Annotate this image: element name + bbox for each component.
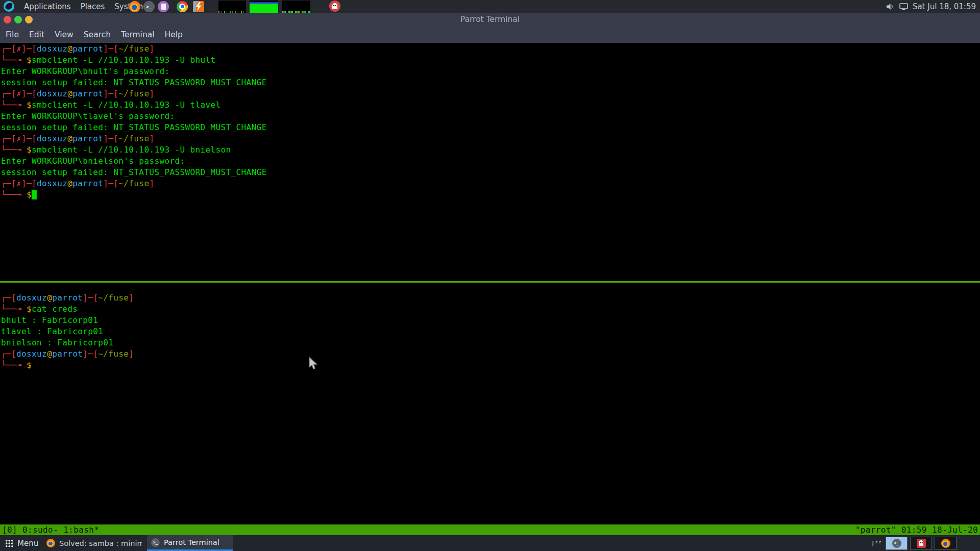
tmux-session-info: "parrot" 01:59 18-Jul-20: [855, 525, 978, 535]
ghost-icon: [917, 539, 926, 548]
terminal-line: └──╼ $█: [1, 189, 980, 201]
terminal-line: bhult : Fabricorp01: [1, 315, 980, 326]
bolt-icon[interactable]: [193, 1, 204, 12]
terminal-line: session setup failed: NT_STATUS_PASSWORD…: [1, 77, 980, 88]
menubar-terminal[interactable]: Terminal: [116, 28, 160, 42]
terminal-icon[interactable]: >_: [143, 1, 155, 12]
terminal-line: └──╼ $smbclient -L //10.10.10.193 -U tla…: [1, 99, 980, 111]
menu-applications[interactable]: Applications: [24, 2, 71, 11]
terminal-line: Enter WORKGROUP\bnielson's password:: [1, 156, 980, 167]
tray-firefox-button[interactable]: [935, 537, 957, 550]
taskbar-task-terminal[interactable]: >_ Parrot Terminal: [147, 535, 233, 551]
tmux-pane-bottom[interactable]: ┌─[dosxuz@parrot]─[~/fuse]└──╼ $cat cred…: [0, 283, 980, 524]
menu-places[interactable]: Places: [81, 2, 105, 11]
menubar-view[interactable]: View: [50, 28, 79, 42]
launcher-icons: >_: [129, 1, 204, 12]
tray-terminal-button[interactable]: >_: [886, 537, 908, 550]
window-titlebar: Parrot Terminal: [0, 13, 980, 27]
menubar-help[interactable]: Help: [160, 28, 188, 42]
taskbar: Menu Solved: samba : minimu... >_ Parrot…: [0, 535, 980, 551]
display-icon[interactable]: [899, 3, 908, 10]
terminal-menubar: File Edit View Search Terminal Help: [0, 27, 980, 43]
taskbar-task-firefox[interactable]: Solved: samba : minimu...: [42, 535, 146, 551]
tray-ghost-button[interactable]: [910, 537, 932, 550]
menubar-search[interactable]: Search: [79, 28, 116, 42]
chrome-icon[interactable]: [177, 1, 188, 12]
firefox-icon[interactable]: [129, 1, 140, 12]
network-graph[interactable]: [282, 1, 310, 13]
terminal-line: ┌─[✗]─[dosxuz@parrot]─[~/fuse]: [1, 178, 980, 189]
firefox-icon: [46, 539, 55, 547]
tmux-windows[interactable]: [0] 0:sudo- 1:bash*: [2, 525, 99, 535]
terminal-icon: >_: [892, 539, 901, 548]
terminal-line: tlavel : Fabricorp01: [1, 326, 980, 337]
clock[interactable]: Sat Jul 18, 01:59: [913, 2, 976, 11]
terminal-line: └──╼ $: [1, 360, 980, 371]
ghost-glyph: [332, 3, 337, 9]
ghost-glyph: [919, 540, 923, 546]
menu-grid-icon: [5, 539, 13, 547]
mouse-cursor: [308, 357, 318, 371]
firefox-icon: [941, 539, 950, 548]
taskbar-tray: ❘ᶻᶻ >_: [871, 536, 957, 550]
terminal-line: session setup failed: NT_STATUS_PASSWORD…: [1, 167, 980, 178]
terminal-line: ┌─[dosxuz@parrot]─[~/fuse]: [1, 348, 980, 360]
terminal-line: └──╼ $smbclient -L //10.10.10.193 -U bni…: [1, 144, 980, 156]
terminal-line: ┌─[✗]─[dosxuz@parrot]─[~/fuse]: [1, 88, 980, 99]
terminal-line: ┌─[✗]─[dosxuz@parrot]─[~/fuse]: [1, 133, 980, 144]
taskbar-menu-button[interactable]: Menu: [0, 535, 44, 551]
terminal-line: ┌─[✗]─[dosxuz@parrot]─[~/fuse]: [1, 43, 980, 55]
task-label: Solved: samba : minimu...: [59, 539, 142, 547]
menubar-edit[interactable]: Edit: [24, 28, 50, 42]
terminal-line: Enter WORKGROUP\tlavel's password:: [1, 111, 980, 122]
ghost-icon[interactable]: [329, 1, 340, 12]
cpu-graph[interactable]: [218, 1, 246, 13]
top-panel: Applications Places System >_ Sat Jul 18…: [0, 0, 980, 13]
tmux-status-bar: [0] 0:sudo- 1:bash* "parrot" 01:59 18-Ju…: [0, 524, 980, 535]
documents-icon[interactable]: [158, 1, 169, 12]
terminal-line: └──╼ $smbclient -L //10.10.10.193 -U bhu…: [1, 55, 980, 66]
terminal-icon: >_: [151, 538, 160, 547]
task-label: Parrot Terminal: [164, 538, 219, 546]
terminal-line: └──╼ $cat creds: [1, 304, 980, 315]
volume-icon[interactable]: [887, 3, 895, 10]
terminal-line: session setup failed: NT_STATUS_PASSWORD…: [1, 122, 980, 133]
terminal-line: bnielson : Fabricorp01: [1, 337, 980, 348]
memory-graph[interactable]: [250, 1, 278, 13]
terminal-line: Enter WORKGROUP\bhult's password:: [1, 66, 980, 77]
terminal-body[interactable]: ┌─[✗]─[dosxuz@parrot]─[~/fuse]└──╼ $smbc…: [0, 43, 980, 524]
parrot-menu-icon[interactable]: [4, 1, 14, 12]
menubar-file[interactable]: File: [1, 28, 24, 42]
window-title: Parrot Terminal: [0, 13, 980, 27]
tmux-pane-top[interactable]: ┌─[✗]─[dosxuz@parrot]─[~/fuse]└──╼ $smbc…: [0, 43, 980, 281]
window-switcher-icon[interactable]: ❘ᶻᶻ: [871, 539, 883, 547]
terminal-line: ┌─[dosxuz@parrot]─[~/fuse]: [1, 292, 980, 304]
menu-label: Menu: [17, 539, 38, 548]
system-monitors: [218, 0, 310, 13]
